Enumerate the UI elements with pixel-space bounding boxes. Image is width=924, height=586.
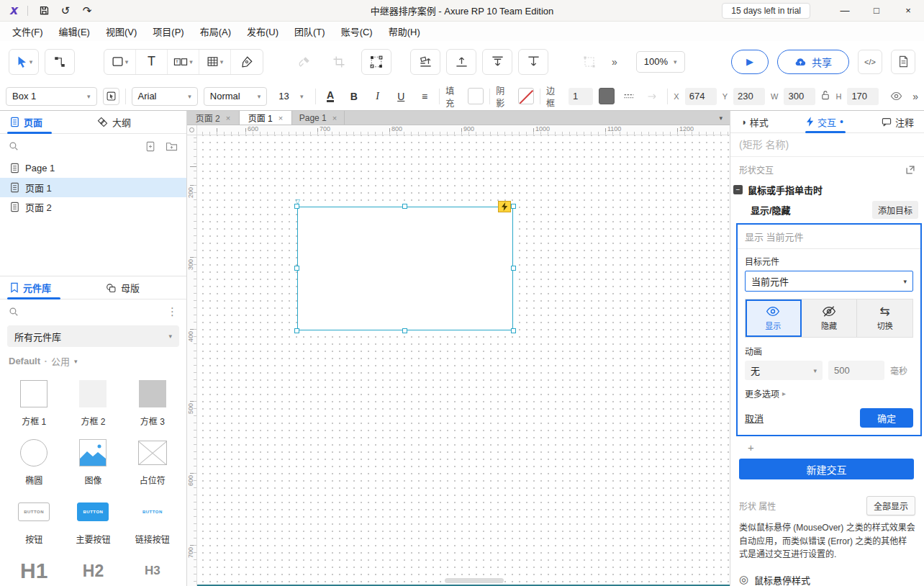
resize-handle-nw[interactable] <box>294 204 299 209</box>
arrange-backward-button[interactable] <box>482 49 512 75</box>
italic-button[interactable]: I <box>368 87 386 106</box>
kebab-menu-icon[interactable]: ⋮ <box>167 305 178 318</box>
tab-close-icon[interactable]: × <box>332 114 337 122</box>
lock-ratio-button[interactable] <box>821 90 830 102</box>
h-input[interactable] <box>847 88 879 105</box>
option-hide[interactable]: 隐藏 <box>802 299 858 337</box>
tab-masters[interactable]: 母版 <box>106 281 140 294</box>
canvas-tab[interactable]: 页面 2× <box>187 111 240 125</box>
widget-name-input[interactable] <box>739 139 915 150</box>
share-button[interactable]: 共享 <box>777 50 849 74</box>
font-size-select[interactable]: 13▾ <box>273 87 309 106</box>
widget-primary-button[interactable]: BUTTON 主要按钮 <box>63 493 122 545</box>
resize-handle-sw[interactable] <box>294 328 299 333</box>
mouseover-style-row[interactable]: ◎ 鼠标悬停样式 <box>730 567 924 586</box>
arrange-forward-button[interactable] <box>446 49 476 75</box>
tab-outline[interactable]: 大纲 <box>97 115 131 129</box>
horizontal-scrollbar[interactable] <box>445 578 504 583</box>
widget-box2[interactable]: 方框 2 <box>63 375 122 427</box>
form-tool-button[interactable]: T ▾ <box>168 50 199 74</box>
save-icon[interactable] <box>38 5 50 17</box>
font-family-select[interactable]: Arial▾ <box>132 87 198 106</box>
selected-rectangle-widget[interactable]: ▽ <box>297 207 513 330</box>
widget-ellipse[interactable]: 椭圆 <box>4 434 63 486</box>
formatbar-more-button[interactable]: » <box>912 91 918 102</box>
connector-tool-button[interactable] <box>45 49 75 75</box>
tab-notes[interactable]: 注释 <box>882 115 914 129</box>
animation-select[interactable]: 无 ▾ <box>745 361 823 380</box>
collapse-icon[interactable]: − <box>733 185 743 194</box>
arrange-back-button[interactable] <box>518 49 548 75</box>
action-row[interactable]: 显示/隐藏 添加目标 <box>730 199 924 223</box>
bullet-list-button[interactable]: ≡ <box>416 87 434 106</box>
search-icon[interactable] <box>9 307 19 317</box>
code-view-button[interactable]: </> <box>858 50 882 74</box>
menu-help[interactable]: 帮助(H) <box>382 22 427 40</box>
add-action-button[interactable]: + <box>730 436 924 459</box>
new-interaction-button[interactable]: 新建交互 <box>739 459 914 479</box>
trial-badge[interactable]: 15 days left in trial <box>722 3 810 19</box>
edit-points-button[interactable] <box>361 49 391 75</box>
text-tool-button[interactable]: T <box>136 50 168 74</box>
confirm-button[interactable]: 确定 <box>860 408 913 428</box>
redo-icon[interactable]: ↷ <box>81 5 93 17</box>
show-all-button[interactable]: 全部显示 <box>866 496 915 515</box>
tab-library[interactable]: 元件库 <box>10 281 51 294</box>
menu-view[interactable]: 视图(V) <box>99 22 143 40</box>
resize-handle-ne[interactable] <box>511 204 516 209</box>
canvas-tab[interactable]: Page 1× <box>292 111 345 125</box>
y-input[interactable] <box>733 88 765 105</box>
tab-style[interactable]: ◑ 样式 <box>740 115 769 129</box>
table-tool-button[interactable]: ▾ <box>199 50 231 74</box>
underline-button[interactable]: U <box>392 87 410 106</box>
visibility-button[interactable] <box>887 87 905 106</box>
x-input[interactable] <box>685 88 717 105</box>
menu-account[interactable]: 账号(C) <box>335 22 379 40</box>
open-external-icon[interactable] <box>905 165 915 175</box>
select-tool-button[interactable]: ▾ <box>9 49 39 75</box>
close-button[interactable]: × <box>892 0 924 21</box>
border-color-swatch[interactable] <box>599 88 615 104</box>
menu-project[interactable]: 项目(P) <box>146 22 190 40</box>
minimize-button[interactable]: — <box>829 0 861 21</box>
tab-list-dropdown-icon[interactable]: ▾ <box>719 114 730 122</box>
library-filter-select[interactable]: 所有元件库 ▾ <box>7 325 179 347</box>
interaction-badge[interactable] <box>498 201 511 212</box>
widget-link-button[interactable]: BUTTON 链接按钮 <box>123 493 182 545</box>
menu-publish[interactable]: 发布(U) <box>240 22 285 40</box>
tab-close-icon[interactable]: × <box>226 114 230 122</box>
preview-button[interactable]: ▶ <box>731 50 769 74</box>
menu-layout[interactable]: 布局(A) <box>194 22 237 40</box>
resize-handle-w[interactable] <box>294 266 299 271</box>
document-button[interactable] <box>891 50 915 74</box>
tab-pages[interactable]: 页面 <box>10 115 42 129</box>
maximize-button[interactable]: □ <box>861 0 892 21</box>
widget-button[interactable]: BUTTON 按钮 <box>4 493 63 545</box>
widget-h3[interactable]: H3 标题 3 <box>123 552 182 586</box>
widget-image[interactable]: 图像 <box>63 434 122 486</box>
page-item-selected[interactable]: 页面 1 <box>0 178 186 197</box>
menu-file[interactable]: 文件(F) <box>6 22 50 40</box>
w-input[interactable] <box>784 88 815 105</box>
border-width-input[interactable] <box>569 88 593 105</box>
font-weight-select[interactable]: Normal▾ <box>204 87 268 106</box>
arrange-front-button[interactable] <box>410 49 440 75</box>
widget-style-select[interactable]: Box 1▾ <box>6 87 97 106</box>
tab-interaction[interactable]: 交互 • <box>807 115 843 129</box>
menu-edit[interactable]: 编辑(E) <box>53 22 96 40</box>
tab-close-icon[interactable]: × <box>278 114 283 122</box>
font-color-button[interactable]: A <box>322 87 340 106</box>
event-row[interactable]: − 鼠标或手指单击时 <box>730 179 924 199</box>
style-pointer-button[interactable] <box>103 88 119 105</box>
resize-handle-n[interactable] <box>402 204 407 209</box>
bold-button[interactable]: B <box>345 87 363 106</box>
fill-color-swatch[interactable] <box>468 88 484 104</box>
widget-h2[interactable]: H2 标题 2 <box>63 552 122 586</box>
option-toggle[interactable]: ⇆ 切换 <box>857 299 912 337</box>
library-group-header[interactable]: Default • 公用 ▾ <box>0 351 186 369</box>
toolbar-more-button[interactable]: » <box>612 56 617 68</box>
more-options-link[interactable]: 更多选项 ▸ <box>745 387 913 400</box>
target-element-select[interactable]: 当前元件 ▾ <box>745 271 913 292</box>
search-icon[interactable] <box>9 141 19 151</box>
canvas-tab-active[interactable]: 页面 1× <box>240 111 292 125</box>
